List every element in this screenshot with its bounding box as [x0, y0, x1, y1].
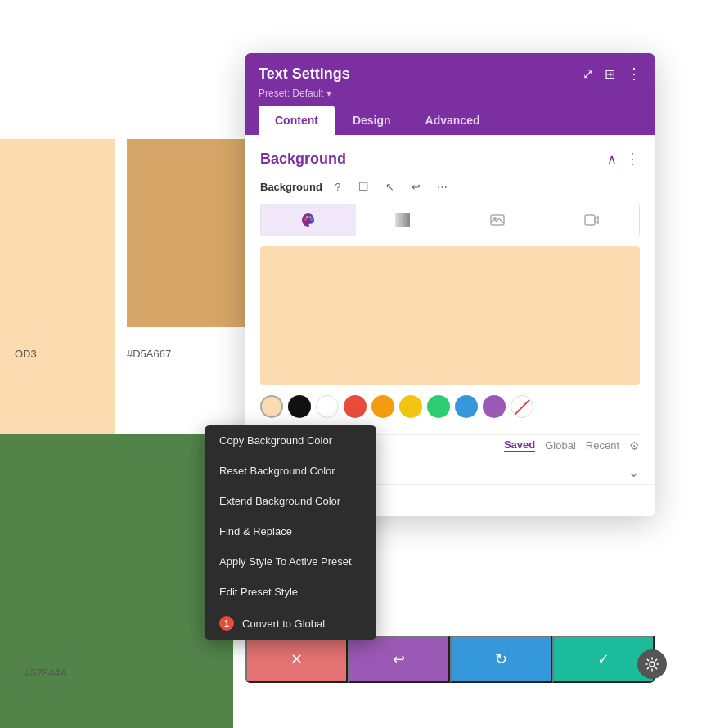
svg-rect-4	[395, 213, 410, 227]
saved-tab-recent[interactable]: Recent	[586, 439, 619, 452]
bg-cursor-icon[interactable]: ↖	[381, 178, 399, 195]
cancel-icon: ✕	[290, 650, 303, 668]
context-menu: Copy Background Color Reset Background C…	[205, 425, 376, 640]
cancel-button[interactable]: ✕	[245, 636, 348, 683]
type-tab-gradient[interactable]	[356, 204, 451, 236]
menu-item-reset-label: Reset Background Color	[219, 465, 335, 477]
menu-item-convert-global-label: Convert to Global	[242, 618, 325, 630]
bg-undo-icon[interactable]: ↩	[407, 178, 425, 195]
menu-item-copy-label: Copy Background Color	[219, 434, 332, 447]
menu-item-copy[interactable]: Copy Background Color	[205, 425, 376, 456]
panel-title-icons: ⤢ ⊞ ⋮	[583, 65, 641, 83]
section-header: Background ∧ ⋮	[260, 150, 640, 168]
color-purple[interactable]	[483, 395, 506, 418]
svg-point-2	[308, 216, 311, 218]
saved-tab-saved[interactable]: Saved	[504, 438, 535, 452]
redo-button[interactable]: ↻	[450, 636, 552, 683]
current-color-swatch[interactable]	[260, 395, 283, 418]
columns-icon[interactable]: ⊞	[605, 66, 615, 82]
svg-point-3	[310, 218, 313, 221]
section-more-icon[interactable]: ⋮	[625, 150, 640, 168]
color-yellow[interactable]	[399, 395, 422, 418]
type-tab-color[interactable]	[261, 204, 356, 236]
menu-item-find-label: Find & Replace	[219, 525, 292, 537]
collapse-icon[interactable]: ∧	[607, 151, 617, 167]
color-black[interactable]	[288, 395, 311, 418]
saved-settings-icon[interactable]: ⚙	[629, 439, 640, 452]
hex-label-green: #52844A	[25, 667, 67, 679]
tab-content[interactable]: Content	[259, 106, 335, 135]
color-orange[interactable]	[371, 395, 394, 418]
panel-title: Text Settings	[259, 65, 350, 83]
bottom-bar: ✕ ↩ ↻ ✓	[245, 636, 655, 683]
color-blue[interactable]	[455, 395, 478, 418]
color-white[interactable]	[316, 395, 339, 418]
panel-title-row: Text Settings ⤢ ⊞ ⋮	[259, 65, 641, 83]
redo-icon: ↻	[495, 650, 507, 668]
menu-item-apply-style-label: Apply Style To Active Preset	[219, 555, 352, 568]
bg-icons: ? ☐ ↖ ↩ ⋯	[329, 178, 452, 195]
type-tabs	[260, 204, 640, 236]
menu-item-find[interactable]: Find & Replace	[205, 516, 376, 546]
floating-settings-icon[interactable]	[637, 649, 667, 679]
type-tab-video[interactable]	[545, 204, 640, 236]
swatch-peach	[0, 139, 115, 458]
svg-point-1	[306, 216, 308, 218]
type-tab-image[interactable]	[450, 204, 545, 236]
section-title: Background	[260, 151, 346, 168]
hex-label-peach: OD3	[15, 348, 37, 360]
fullscreen-icon[interactable]: ⤢	[583, 66, 593, 82]
section-header-icons: ∧ ⋮	[607, 150, 640, 168]
saved-tab-global[interactable]: Global	[545, 439, 576, 452]
bg-dots-icon[interactable]: ⋯	[434, 178, 452, 195]
menu-item-reset[interactable]: Reset Background Color	[205, 456, 376, 486]
menu-item-extend[interactable]: Extend Background Color	[205, 486, 376, 516]
expand-icon[interactable]: ⌄	[628, 463, 640, 481]
svg-point-8	[650, 662, 655, 667]
tab-advanced[interactable]: Advanced	[409, 106, 497, 135]
bg-mobile-icon[interactable]: ☐	[355, 178, 373, 195]
bg-label: Background	[260, 181, 322, 193]
color-none[interactable]	[511, 395, 533, 418]
menu-item-convert-global[interactable]: 1 Convert to Global	[205, 607, 376, 640]
menu-item-apply-style[interactable]: Apply Style To Active Preset	[205, 546, 376, 577]
menu-item-edit-preset[interactable]: Edit Preset Style	[205, 577, 376, 607]
svg-rect-7	[585, 215, 595, 225]
convert-global-badge: 1	[219, 616, 234, 631]
panel-preset[interactable]: Preset: Default ▾	[259, 88, 641, 99]
swatch-green-dark	[0, 434, 233, 728]
svg-point-0	[304, 218, 307, 221]
menu-item-extend-label: Extend Background Color	[219, 495, 340, 507]
tab-design[interactable]: Design	[336, 106, 407, 135]
undo-button[interactable]: ↩	[348, 636, 450, 683]
more-icon[interactable]: ⋮	[627, 65, 641, 83]
color-swatches-row	[260, 395, 640, 426]
panel-header: Text Settings ⤢ ⊞ ⋮ Preset: Default ▾ Co…	[245, 53, 655, 135]
panel-tabs: Content Design Advanced	[259, 106, 641, 135]
hex-label-tan: #D5A667	[127, 348, 171, 360]
bg-label-row: Background ? ☐ ↖ ↩ ⋯	[260, 178, 640, 195]
color-red[interactable]	[344, 395, 367, 418]
swatch-tan	[127, 139, 254, 327]
color-green[interactable]	[427, 395, 450, 418]
bg-question-icon[interactable]: ?	[329, 178, 347, 195]
color-preview[interactable]	[260, 246, 640, 385]
undo-icon: ↩	[393, 650, 405, 668]
menu-item-edit-preset-label: Edit Preset Style	[219, 586, 298, 598]
confirm-icon: ✓	[597, 650, 610, 668]
